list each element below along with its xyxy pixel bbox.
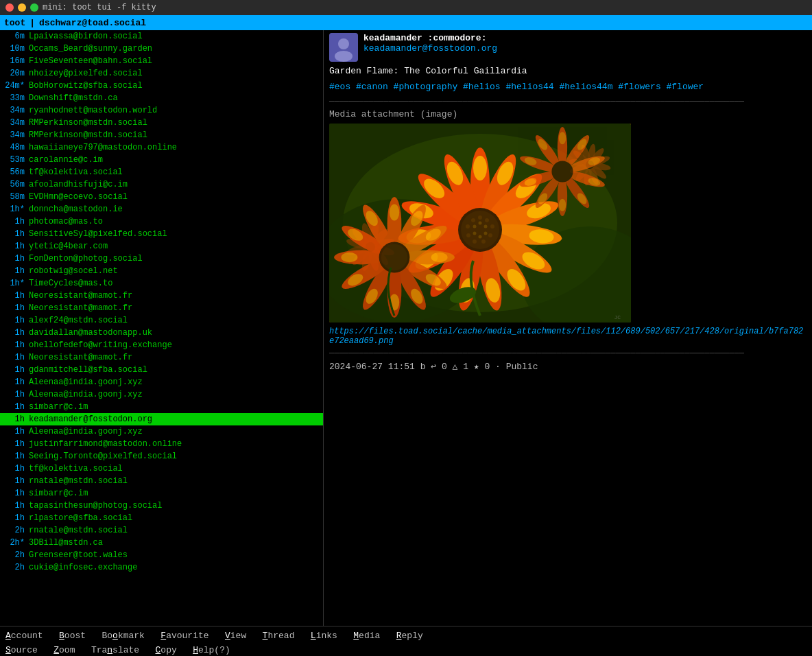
feed-item[interactable]: 1hgdanmitchell@sfba.social xyxy=(0,364,323,376)
feed-item[interactable]: 48mhawaiianeye797@mastodon.online xyxy=(0,141,323,154)
post-url[interactable]: https://files.toad.social/cache/media_at… xyxy=(329,327,807,346)
feed-item[interactable]: 1hAleenaa@india.goonj.xyz xyxy=(0,376,323,388)
feed-item[interactable]: 1hrlpastore@sfba.social xyxy=(0,512,323,524)
feed-item[interactable]: 1hkeadamander@fosstodon.org xyxy=(0,413,323,425)
feed-item[interactable]: 2hGreenseer@toot.wales xyxy=(0,549,323,561)
maximize-button[interactable] xyxy=(30,3,38,12)
feed-time: 1h xyxy=(1,328,29,338)
feed-item[interactable]: 1hAleenaa@india.goonj.xyz xyxy=(0,425,323,438)
feed-time: 1h xyxy=(1,229,29,239)
feed-username: simbarr@c.im xyxy=(29,402,88,412)
feed-item[interactable]: 1hrobotwig@socel.net xyxy=(0,265,323,277)
feed-item[interactable]: 1hphotomac@mas.to xyxy=(0,215,323,228)
feed-time: 1h xyxy=(1,414,29,424)
feed-item[interactable]: 33mDownshift@mstdn.ca xyxy=(0,92,323,104)
feed-time: 1h xyxy=(1,291,29,301)
feed-item[interactable]: 1hSeeing.Toronto@pixelfed.social xyxy=(0,450,323,462)
feed-username: Aleenaa@india.goonj.xyz xyxy=(29,377,143,387)
header-account: dschwarz@toad.social xyxy=(39,18,146,28)
feed-item[interactable]: 6mLpaivassa@birdon.social xyxy=(0,30,323,43)
header-bar: toot | dschwarz@toad.social xyxy=(0,15,812,30)
feed-item[interactable]: 10mOccams_Beard@sunny.garden xyxy=(0,43,323,55)
feed-username: Downshift@mstdn.ca xyxy=(29,93,118,103)
feed-item[interactable]: 1hdavidallan@mastodonapp.uk xyxy=(0,327,323,339)
feed-item[interactable]: 1h*TimeCycles@mas.to xyxy=(0,277,323,290)
action-reply[interactable]: R xyxy=(396,631,402,641)
feed-time: 1h xyxy=(1,402,29,412)
action-bookmark[interactable]: o xyxy=(112,631,118,641)
feed-item[interactable]: 34mRMPerkinson@mstdn.social xyxy=(0,117,323,129)
feed-item[interactable]: 1hNeoresistant@mamot.fr xyxy=(0,302,323,314)
feed-item[interactable]: 1hFonDenton@photog.social xyxy=(0,253,323,265)
action-help[interactable]: H xyxy=(193,645,198,655)
feed-item[interactable]: 1hohellofedefo@writing.exchange xyxy=(0,339,323,351)
action-media[interactable]: M xyxy=(353,631,359,641)
feed-item[interactable]: 34mRMPerkinson@mstdn.social xyxy=(0,129,323,141)
feed-item[interactable]: 20mnhoizey@pixelfed.social xyxy=(0,67,323,80)
svg-point-1 xyxy=(338,38,349,49)
feed-item[interactable]: 1htapasinthesun@photog.social xyxy=(0,500,323,512)
action-source[interactable]: S xyxy=(5,645,11,655)
close-button[interactable] xyxy=(5,3,14,12)
feed-time: 56m xyxy=(1,180,29,189)
feed-username: SensitiveSyl@pixelfed.social xyxy=(29,229,167,239)
feed-username: Seeing.Toronto@pixelfed.social xyxy=(29,452,177,461)
svg-point-67 xyxy=(490,224,494,229)
visibility: Public xyxy=(506,362,538,372)
feed-username: EVDHmn@ecoevo.social xyxy=(29,192,128,202)
feed-username: BobHorowitz@sfba.social xyxy=(29,81,143,91)
feed-username: Aleenaa@india.goonj.xyz xyxy=(29,427,143,436)
feed-item[interactable]: 1hytetic@4bear.com xyxy=(0,240,323,253)
feed-username: Occams_Beard@sunny.garden xyxy=(29,44,152,54)
feed-username: tf@kolektiva.social xyxy=(29,167,123,177)
action-account[interactable]: A xyxy=(5,631,11,641)
action-boost[interactable]: B xyxy=(59,631,64,641)
svg-point-78 xyxy=(473,231,477,235)
svg-point-126 xyxy=(551,161,573,182)
feed-item[interactable]: 58mEVDHmn@ecoevo.social xyxy=(0,191,323,203)
feed-time: 1h xyxy=(1,353,29,362)
feed-item[interactable]: 1h*donncha@mastodon.ie xyxy=(0,203,323,215)
feed-item[interactable]: 1hNeoresistant@mamot.fr xyxy=(0,351,323,364)
feed-username: ryanhodnett@mastodon.world xyxy=(29,106,157,115)
feed-item[interactable]: 56mtf@kolektiva.social xyxy=(0,166,323,178)
feed-item[interactable]: 2hrnatale@mstdn.social xyxy=(0,524,323,537)
action-zoom[interactable]: Z xyxy=(53,645,59,655)
feed-username: cukie@infosec.exchange xyxy=(29,563,137,572)
feed-item[interactable]: 16mFiveSeventeen@bahn.social xyxy=(0,55,323,67)
action-favourite[interactable]: F xyxy=(160,631,166,641)
feed-username: rlpastore@sfba.social xyxy=(29,513,132,523)
feed-item[interactable]: 1hNeoresistant@mamot.fr xyxy=(0,290,323,302)
feed-item[interactable]: 1hsimbarr@c.im xyxy=(0,401,323,413)
feed-item[interactable]: 56mafoolandhisfuji@c.im xyxy=(0,178,323,191)
action-view[interactable]: V xyxy=(225,631,230,641)
svg-point-72 xyxy=(466,224,470,229)
feed-username: Neoresistant@mamot.fr xyxy=(29,303,132,313)
divider-2: ────────────────────────────────────────… xyxy=(329,349,807,358)
feed-username: Neoresistant@mamot.fr xyxy=(29,353,132,362)
minimize-button[interactable] xyxy=(18,3,26,12)
svg-point-70 xyxy=(473,239,477,244)
feed-item[interactable]: 2h*3DBill@mstdn.ca xyxy=(0,537,323,549)
feed-item[interactable]: 1hrnatale@mstdn.social xyxy=(0,475,323,487)
action-translate[interactable]: n xyxy=(107,645,112,655)
feed-item[interactable]: 1hsimbarr@c.im xyxy=(0,487,323,500)
feed-time: 24m* xyxy=(1,81,29,91)
action-links[interactable]: L xyxy=(311,631,316,641)
post-tags: #eos #canon #photography #helios #helios… xyxy=(329,80,807,94)
svg-point-65 xyxy=(478,215,482,220)
feed-item[interactable]: 1halexf24@mstdn.social xyxy=(0,314,323,327)
feed-item[interactable]: 24m*BobHorowitz@sfba.social xyxy=(0,80,323,92)
feed-item[interactable]: 2hcukie@infosec.exchange xyxy=(0,561,323,574)
post-detail: keadamander :commodore: keadamander@foss… xyxy=(324,30,812,626)
post-body: Garden Flame: The Colorful Gaillardia xyxy=(329,66,807,76)
svg-point-68 xyxy=(488,233,492,237)
feed-item[interactable]: 1htf@kolektiva.social xyxy=(0,462,323,475)
feed-username: hawaiianeye797@mastodon.online xyxy=(29,143,177,152)
feed-item[interactable]: 1hjustinfarrimond@mastodon.online xyxy=(0,438,323,450)
feed-item[interactable]: 1hSensitiveSyl@pixelfed.social xyxy=(0,228,323,240)
feed-item[interactable]: 34mryanhodnett@mastodon.world xyxy=(0,104,323,117)
feed-time: 58m xyxy=(1,192,29,202)
feed-item[interactable]: 1hAleenaa@india.goonj.xyz xyxy=(0,388,323,401)
feed-item[interactable]: 53mcarolannie@c.im xyxy=(0,154,323,166)
